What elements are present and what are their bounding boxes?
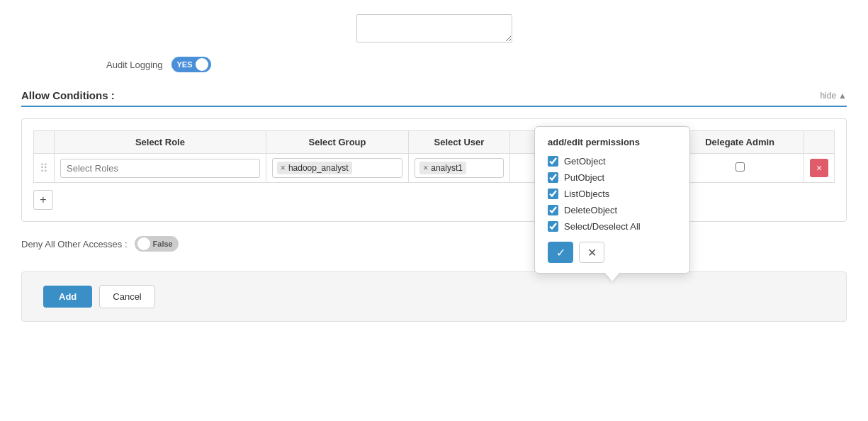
popup-close-button[interactable]: ✕ [579,242,604,263]
footer-row: Add Cancel [21,271,847,322]
allow-conditions-header: Allow Conditions : hide ▲ [21,89,847,107]
delete-row-button[interactable]: × [810,159,828,177]
checkbox-deleteobject-label[interactable]: DeleteObject [564,205,617,215]
checkbox-selectall-label[interactable]: Select/Deselect All [564,221,641,232]
audit-logging-toggle[interactable]: YES [171,57,211,72]
audit-logging-row: Audit Logging YES [106,57,847,72]
popup-actions: ✓ ✕ [548,242,677,263]
cancel-button[interactable]: Cancel [99,285,154,308]
add-button[interactable]: Add [43,286,92,308]
checkbox-row-deleteobject: DeleteObject [548,205,677,215]
chevron-up-icon: ▲ [838,91,847,101]
description-textarea[interactable] [356,14,512,43]
checkbox-row-getobject: GetObject [548,156,677,167]
select-user-field[interactable]: × analyst1 [415,158,503,178]
toggle-knob [196,58,208,71]
add-row-icon: + [40,193,46,206]
checkbox-listobjects-label[interactable]: ListObjects [564,189,609,199]
deny-toggle-text: False [153,240,173,248]
select-group-field[interactable]: × hadoop_analyst [272,158,402,178]
audit-logging-label: Audit Logging [106,60,163,70]
checkbox-row-listobjects: ListObjects [548,189,677,199]
close-icon: ✕ [587,246,597,259]
deny-row: Deny All Other Accesses : False [21,236,847,252]
col-group-header: Select Group [266,131,408,154]
checkbox-row-putobject: PutObject [548,172,677,183]
checkbox-getobject-label[interactable]: GetObject [564,156,606,167]
select-roles-input[interactable] [60,159,260,178]
group-tag-label: hadoop_analyst [288,163,349,173]
hide-link-text: hide [820,91,836,101]
popup-confirm-button[interactable]: ✓ [548,242,573,263]
deny-toggle-knob [137,237,150,250]
checkbox-row-selectall: Select/Deselect All [548,221,677,232]
drag-handle-icon[interactable]: ⠿ [40,162,48,174]
col-user-header: Select User [409,131,509,154]
popup-arrow [605,273,619,281]
textarea-section [21,14,847,43]
group-tag: × hadoop_analyst [277,162,352,174]
checkbox-listobjects[interactable] [548,189,558,199]
delete-icon: × [816,162,822,174]
table-row: ⠿ × hadoop_analyst [34,154,835,183]
col-delegate-header: Delegate Admin [676,131,804,154]
group-tag-remove-icon[interactable]: × [281,163,286,173]
hide-link[interactable]: hide ▲ [820,91,847,101]
deny-label: Deny All Other Accesses : [21,239,128,249]
popup-title: add/edit permissions [548,137,677,147]
allow-conditions-title: Allow Conditions : [21,89,115,101]
delegate-admin-cell [676,154,804,183]
checkbox-putobject-label[interactable]: PutObject [564,172,604,183]
user-tag-remove-icon[interactable]: × [423,163,428,173]
delegate-admin-checkbox[interactable] [735,162,745,172]
permissions-popup: add/edit permissions GetObject PutObject… [534,126,690,274]
confirm-icon: ✓ [556,246,565,259]
col-role-header: Select Role [55,131,266,154]
user-tag: × analyst1 [419,162,466,174]
col-delete [804,131,835,154]
checkbox-deleteobject[interactable] [548,205,558,215]
checkbox-getobject[interactable] [548,156,558,167]
conditions-table-container: Select Role Select Group Select User Add… [21,118,847,222]
col-drag [34,131,55,154]
add-row-button[interactable]: + [33,190,53,210]
user-tag-label: analyst1 [431,163,463,173]
conditions-table: Select Role Select Group Select User Add… [33,130,835,183]
toggle-yes-text: YES [177,60,193,69]
deny-toggle[interactable]: False [135,236,179,252]
checkbox-putobject[interactable] [548,172,558,183]
checkbox-selectall[interactable] [548,221,558,232]
